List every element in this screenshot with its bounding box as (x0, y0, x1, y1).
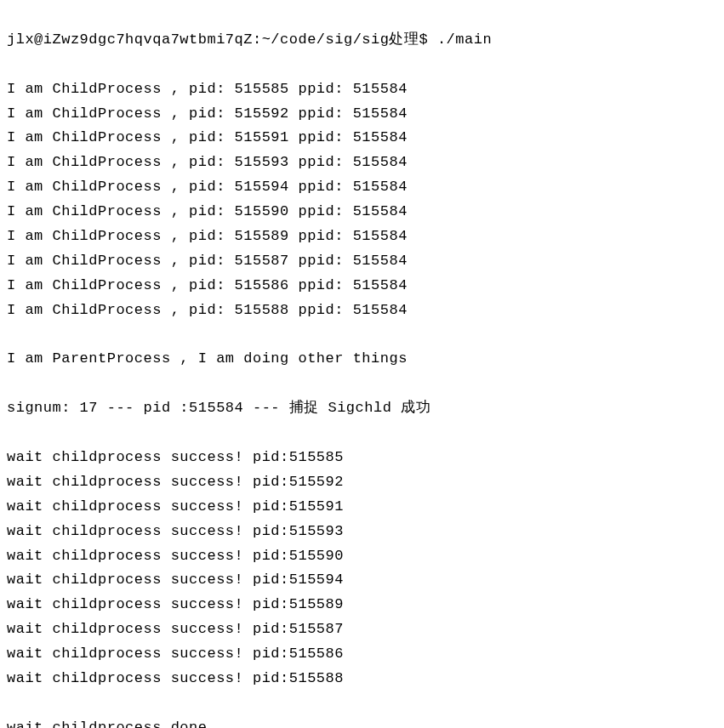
wait-done-line: wait childprocess done (7, 716, 717, 728)
child-process-line: I am ChildProcess , pid: 515587 ppid: 51… (7, 249, 717, 274)
wait-success-line: wait childprocess success! pid:515591 (7, 495, 717, 520)
prompt-command: ./main (437, 31, 492, 48)
child-process-line: I am ChildProcess , pid: 515594 ppid: 51… (7, 175, 717, 200)
child-process-line: I am ChildProcess , pid: 515592 ppid: 51… (7, 102, 717, 127)
prompt-user-host-path: jlx@iZwz9dgc7hqvqa7wtbmi7qZ:~/code/sig/s… (7, 31, 419, 48)
wait-success-line: wait childprocess success! pid:515592 (7, 470, 717, 495)
wait-success-line: wait childprocess success! pid:515590 (7, 544, 717, 569)
child-process-line: I am ChildProcess , pid: 515588 ppid: 51… (7, 299, 717, 323)
wait-success-line: wait childprocess success! pid:515594 (7, 568, 717, 593)
parent-process-line: I am ParentProcess , I am doing other th… (7, 347, 717, 372)
child-process-line: I am ChildProcess , pid: 515586 ppid: 51… (7, 274, 717, 299)
sigchld-line: signum: 17 --- pid :515584 --- 捕捉 Sigchl… (7, 396, 717, 421)
wait-success-line: wait childprocess success! pid:515585 (7, 446, 717, 470)
wait-success-line: wait childprocess success! pid:515588 (7, 667, 717, 691)
terminal-output: jlx@iZwz9dgc7hqvqa7wtbmi7qZ:~/code/sig/s… (7, 3, 717, 728)
child-process-line: I am ChildProcess , pid: 515590 ppid: 51… (7, 200, 717, 225)
child-process-line: I am ChildProcess , pid: 515589 ppid: 51… (7, 225, 717, 249)
shell-prompt-line[interactable]: jlx@iZwz9dgc7hqvqa7wtbmi7qZ:~/code/sig/s… (7, 28, 717, 53)
wait-success-line: wait childprocess success! pid:515586 (7, 642, 717, 667)
wait-success-line: wait childprocess success! pid:515587 (7, 617, 717, 642)
child-process-line: I am ChildProcess , pid: 515585 ppid: 51… (7, 77, 717, 102)
wait-success-line: wait childprocess success! pid:515593 (7, 520, 717, 544)
child-process-line: I am ChildProcess , pid: 515593 ppid: 51… (7, 151, 717, 175)
wait-success-line: wait childprocess success! pid:515589 (7, 593, 717, 617)
child-process-line: I am ChildProcess , pid: 515591 ppid: 51… (7, 126, 717, 151)
prompt-symbol: $ (419, 31, 428, 48)
